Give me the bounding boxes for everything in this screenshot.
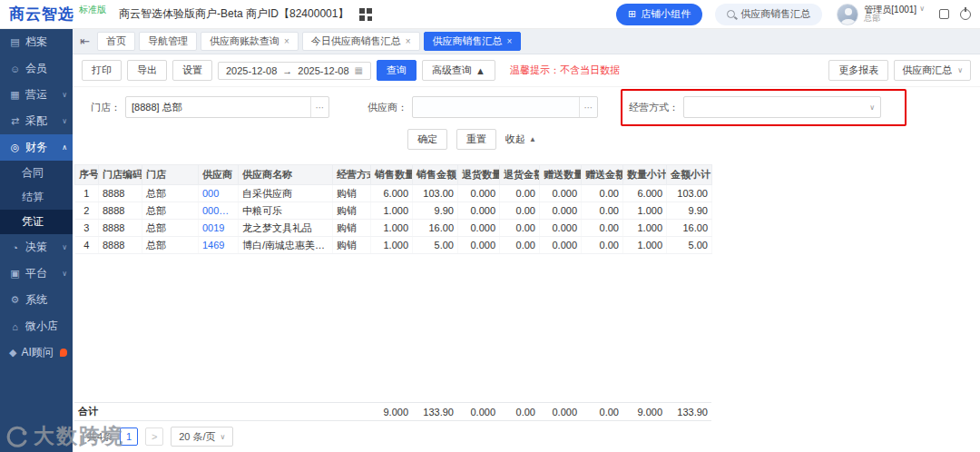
- supplier-code-link[interactable]: 000052: [199, 202, 239, 220]
- next-page-button[interactable]: >: [145, 427, 163, 446]
- sidebar-item-decision[interactable]: ◔ 决策 ∨: [0, 234, 73, 260]
- chevron-down-icon: ∨: [62, 243, 67, 251]
- close-icon[interactable]: ×: [406, 36, 411, 46]
- totals-value: 0.00: [581, 403, 622, 421]
- confirm-button[interactable]: 确定: [407, 129, 447, 150]
- tab-label: 首页: [106, 34, 126, 48]
- store-icon: ▦: [9, 89, 21, 101]
- sidebar-item-finance[interactable]: ◎ 财务 ∧: [0, 134, 73, 161]
- table-row[interactable]: 38888总部0019龙之梦文具礼品购销1.00016.000.0000.000…: [75, 220, 712, 237]
- fullscreen-icon[interactable]: [939, 9, 949, 19]
- finance-icon: ◎: [9, 142, 21, 153]
- shop-widget-button[interactable]: ⊞ 店铺小组件: [616, 4, 702, 25]
- store-input[interactable]: [8888] 总部 ⋯: [125, 96, 329, 118]
- search-icon: [727, 10, 735, 18]
- member-icon: ☺: [9, 64, 21, 74]
- supplier-code-link[interactable]: 000: [199, 185, 239, 202]
- table-row[interactable]: 18888总部000自采供应商购销6.000103.000.0000.000.0…: [75, 185, 712, 202]
- supplier-code-link[interactable]: 1469: [199, 237, 239, 254]
- table-cell: 8888: [99, 202, 142, 220]
- chevron-up-icon: ▲: [529, 135, 536, 143]
- column-header: 数量小计: [623, 165, 667, 185]
- chevron-down-icon: ∨: [62, 91, 67, 99]
- column-header: 退货数量: [458, 165, 500, 185]
- table-cell: 0.00: [582, 237, 623, 254]
- report-type-select[interactable]: 供应商汇总 ∨: [894, 60, 971, 81]
- supplier-code-link[interactable]: 0019: [199, 220, 239, 237]
- qr-code-icon[interactable]: [359, 8, 372, 21]
- supplier-input[interactable]: ⋯: [412, 96, 598, 118]
- business-mode-select[interactable]: ∨: [683, 96, 881, 118]
- chevron-up-icon: ∧: [62, 143, 67, 152]
- page-button-1[interactable]: 1: [120, 427, 138, 446]
- sidebar-item-procurement[interactable]: ⇄ 采配 ∨: [0, 108, 73, 134]
- sidebar-item-label: 财务: [25, 140, 47, 155]
- user-menu[interactable]: 管理员[1001] ∨ 总部: [837, 4, 925, 25]
- advanced-query-label: 高级查询: [432, 64, 472, 77]
- business-mode-label: 经营方式：: [629, 101, 679, 114]
- chevron-up-icon: ▲: [475, 65, 485, 76]
- table-header-row: 序号门店编码门店供应商供应商名称经营方式销售数量销售金额退货数量退货金额赠送数量…: [75, 165, 712, 185]
- advanced-query-button[interactable]: 高级查询 ▲: [422, 60, 495, 81]
- table-cell: 1: [75, 185, 99, 202]
- sidebar-item-settlement[interactable]: 结算: [0, 185, 73, 210]
- column-header: 门店编码: [99, 165, 142, 185]
- table-scroll[interactable]: 序号门店编码门店供应商供应商名称经营方式销售数量销售金额退货数量退货金额赠送数量…: [74, 164, 980, 402]
- tab-home[interactable]: 首页: [97, 32, 135, 51]
- table-cell: 购销: [333, 202, 371, 220]
- reset-button[interactable]: 重置: [456, 129, 496, 150]
- sidebar-item-voucher[interactable]: 凭证: [0, 210, 73, 234]
- column-header: 销售金额: [413, 165, 458, 185]
- date-range-picker[interactable]: 2025-12-08 → 2025-12-08 ▦: [218, 62, 371, 80]
- tab-supplier-sales-summary[interactable]: 供应商销售汇总 ×: [424, 32, 522, 51]
- table-cell: 1.000: [371, 202, 413, 220]
- sidebar-item-label: 采配: [25, 113, 47, 129]
- column-header: 销售数量: [371, 165, 413, 185]
- sidebar-item-label: 微小店: [25, 319, 58, 334]
- sidebar-item-members[interactable]: ☺ 会员: [0, 55, 73, 82]
- table-cell: 6.000: [371, 185, 413, 202]
- query-button[interactable]: 查询: [377, 60, 416, 81]
- more-reports-button[interactable]: 更多报表: [828, 60, 888, 81]
- logout-power-icon[interactable]: [960, 9, 971, 20]
- table-cell: 1.000: [371, 237, 413, 254]
- table-row[interactable]: 28888总部000052中粮可乐购销1.0009.900.0000.000.0…: [75, 202, 712, 220]
- sidebar-item-operations[interactable]: ▦ 营运 ∨: [0, 82, 73, 108]
- column-header: 门店: [142, 165, 199, 185]
- table-cell: 自采供应商: [239, 185, 333, 202]
- print-button[interactable]: 打印: [82, 60, 122, 81]
- widget-icon: ⊞: [628, 8, 636, 20]
- totals-value: 9.000: [622, 403, 666, 421]
- table-cell: 103.00: [413, 185, 458, 202]
- tab-supplier-account-query[interactable]: 供应商账款查询 ×: [201, 32, 299, 51]
- sidebar-item-ai-advisor[interactable]: ◆ AI顾问: [0, 339, 73, 366]
- settings-button[interactable]: 设置: [172, 60, 212, 81]
- export-button[interactable]: 导出: [127, 60, 167, 81]
- sidebar-item-archive[interactable]: ▤ 档案: [0, 29, 73, 55]
- filter-area: 门店： [8888] 总部 ⋯ 供应商： ⋯: [73, 87, 980, 159]
- sidebar-item-platform[interactable]: ▣ 平台 ∨: [0, 260, 73, 287]
- tab-today-supplier-sales[interactable]: 今日供应商销售汇总 ×: [302, 32, 420, 51]
- sidebar-item-microstore[interactable]: ⌂ 微小店: [0, 313, 73, 339]
- collapse-sidebar-icon[interactable]: ⇤: [80, 34, 90, 48]
- close-icon[interactable]: ×: [507, 36, 513, 46]
- sidebar-item-contract[interactable]: 合同: [0, 161, 73, 185]
- global-search[interactable]: 供应商销售汇总: [715, 4, 822, 25]
- close-icon[interactable]: ×: [284, 36, 289, 46]
- table-cell: 16.00: [667, 220, 712, 237]
- store-picker-dots-icon[interactable]: ⋯: [310, 97, 328, 117]
- gear-icon: ⚙: [9, 294, 21, 306]
- tab-nav-management[interactable]: 导航管理: [139, 32, 197, 51]
- table-cell: 龙之梦文具礼品: [239, 220, 333, 237]
- collapse-filters-button[interactable]: 收起 ▲: [505, 133, 536, 146]
- table-row[interactable]: 48888总部1469博白/南城忠惠美容美发批...购销1.0005.000.0…: [75, 237, 712, 254]
- supplier-picker-dots-icon[interactable]: ⋯: [579, 97, 597, 117]
- main-content: ⇤ 首页 导航管理 供应商账款查询 × 今日供应商销售汇总 × 供应商销售汇总 …: [73, 29, 980, 452]
- edition-label: 标准版: [79, 4, 106, 16]
- business-mode-filter: 经营方式： ∨: [629, 96, 881, 118]
- page-size-select[interactable]: 20 条/页 ∨: [171, 427, 233, 447]
- column-header: 赠送金额: [582, 165, 623, 185]
- sidebar-item-system[interactable]: ⚙ 系统: [0, 287, 73, 313]
- pagination: 共4条 1 > 20 条/页 ∨: [74, 421, 980, 452]
- merchant-info: 商云智选体验版商户-Beta 商户ID【82400001】: [119, 6, 348, 22]
